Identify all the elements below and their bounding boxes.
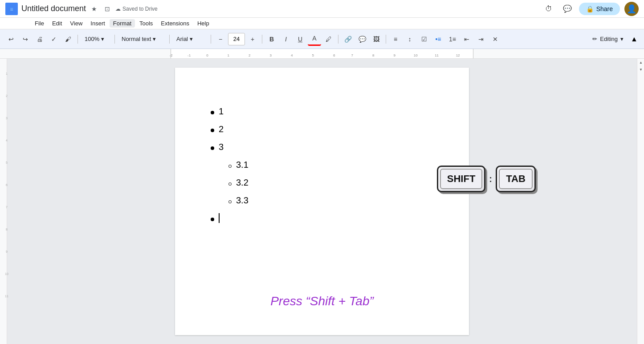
font-size-decrease[interactable]: − [214, 32, 227, 46]
zoom-dropdown[interactable]: 100% ▾ [81, 32, 112, 46]
font-size-increase[interactable]: + [246, 32, 259, 46]
separator-4 [211, 35, 211, 44]
item-text-cursor [219, 210, 220, 226]
left-ruler: 1 2 3 4 5 6 7 8 9 10 11 [0, 59, 7, 344]
doc-icon [5, 3, 18, 15]
menu-format[interactable]: Format [110, 19, 135, 28]
scroll-down-button[interactable]: ▼ [637, 66, 644, 73]
font-size-input[interactable] [228, 33, 245, 45]
image-button[interactable]: 🖼 [370, 32, 383, 46]
menu-tools[interactable]: Tools [136, 19, 156, 28]
doc-title[interactable]: Untitled document [21, 4, 86, 13]
editing-mode-button[interactable]: ✏ Editing ▾ [588, 34, 628, 44]
item-text-3: 3 [219, 139, 224, 155]
toolbar: ↩ ↪ 🖨 ✓ 🖌 100% ▾ Normal text ▾ Arial ▾ −… [0, 29, 644, 49]
separator-7 [386, 35, 386, 44]
separator-2 [114, 35, 115, 44]
collapse-toolbar-button[interactable]: ▲ [629, 34, 640, 45]
menu-insert[interactable]: Insert [87, 19, 109, 28]
bullet-circle [228, 182, 232, 186]
separator-6 [338, 35, 338, 44]
comment-button[interactable]: 💬 [560, 2, 575, 16]
link-button[interactable]: 🔗 [341, 32, 355, 46]
shift-key: SHIFT [437, 166, 486, 192]
title-bar: Untitled document ★ ⊡ ☁ Saved to Drive ⏱… [0, 0, 644, 18]
list-item: 3.1 [211, 157, 433, 173]
scroll-up-button[interactable]: ▲ [637, 59, 644, 66]
document-page: 1 2 3 3.1 3.2 [175, 68, 469, 335]
list-item: 3.3 [211, 192, 433, 208]
item-text-31: 3.1 [236, 157, 249, 173]
style-dropdown[interactable]: Normal text ▾ [118, 32, 167, 46]
undo-button[interactable]: ↩ [4, 32, 18, 46]
list-item: 2 [211, 121, 433, 137]
bullet-circle [228, 200, 232, 203]
underline-button[interactable]: U [293, 32, 307, 46]
star-icon[interactable]: ★ [89, 4, 99, 14]
doc-canvas[interactable]: 1 2 3 3.1 3.2 [7, 59, 637, 344]
item-text-1: 1 [219, 103, 224, 119]
font-dropdown[interactable]: Arial ▾ [172, 32, 208, 46]
separator-1 [77, 35, 78, 44]
tab-key: TAB [496, 166, 536, 192]
folder-icon[interactable]: ⊡ [102, 4, 113, 14]
bold-button[interactable]: B [265, 32, 278, 46]
line-spacing-button[interactable]: ↕ [403, 32, 416, 46]
text-color-button[interactable]: A [308, 32, 321, 46]
paint-format-button[interactable]: 🖌 [61, 32, 75, 46]
text-cursor [219, 213, 220, 223]
redo-button[interactable]: ↪ [19, 32, 32, 46]
clear-format-button[interactable]: ✕ [489, 32, 502, 46]
separator-3 [169, 35, 170, 44]
bullet-list: 1 2 3 3.1 3.2 [211, 103, 433, 226]
chevron-down-icon-4: ▾ [620, 36, 624, 42]
print-button[interactable]: 🖨 [33, 32, 46, 46]
menu-bar: File Edit View Insert Format Tools Exten… [0, 18, 644, 29]
ruler: -2 -1 0 1 2 3 4 5 6 7 8 9 10 11 12 [0, 49, 644, 59]
bullet-circle [228, 165, 232, 168]
main-area: 1 2 3 4 5 6 7 8 9 10 11 1 2 [0, 59, 644, 344]
keyboard-overlay: SHIFT : TAB [437, 166, 536, 192]
item-text-33: 3.3 [236, 192, 249, 208]
item-text-32: 3.2 [236, 174, 249, 190]
header-right: ⏱ 💬 🔒 Share 👤 [542, 2, 639, 16]
share-button[interactable]: 🔒 Share [579, 3, 620, 15]
cloud-icon: ☁ [115, 6, 121, 12]
italic-button[interactable]: I [279, 32, 293, 46]
bullet-dot [211, 146, 214, 150]
checklist-button[interactable]: ☑ [417, 32, 431, 46]
menu-file[interactable]: File [31, 19, 48, 28]
numbered-list-button[interactable]: 1≡ [446, 32, 459, 46]
bullet-dot [211, 218, 214, 221]
list-item: 3.2 [211, 174, 433, 190]
menu-extensions[interactable]: Extensions [157, 19, 193, 28]
bullet-dot [211, 129, 214, 132]
title-section: Untitled document ★ ⊡ ☁ Saved to Drive [21, 4, 538, 14]
indent-increase-button[interactable]: ⇥ [474, 32, 488, 46]
menu-help[interactable]: Help [194, 19, 213, 28]
chevron-down-icon-3: ▾ [190, 36, 193, 42]
font-size-controls: − + [214, 32, 259, 46]
saved-status: ☁ Saved to Drive [115, 6, 158, 12]
right-scrollbar[interactable]: ▲ ▼ [637, 59, 644, 344]
highlight-button[interactable]: 🖊 [322, 32, 335, 46]
spellcheck-button[interactable]: ✓ [47, 32, 61, 46]
indent-decrease-button[interactable]: ⇤ [460, 32, 473, 46]
lock-icon: 🔒 [586, 5, 594, 12]
chevron-down-icon-2: ▾ [153, 36, 156, 42]
pencil-icon: ✏ [592, 36, 597, 42]
menu-view[interactable]: View [66, 19, 86, 28]
align-button[interactable]: ≡ [389, 32, 402, 46]
chevron-down-icon: ▾ [101, 36, 104, 42]
list-item: 1 [211, 103, 433, 119]
list-item: 3 [211, 139, 433, 155]
history-button[interactable]: ⏱ [542, 2, 556, 16]
avatar[interactable]: 👤 [624, 2, 639, 16]
bullet-list-button[interactable]: •≡ [432, 32, 445, 46]
ruler-inner: -2 -1 0 1 2 3 4 5 6 7 8 9 10 11 12 [171, 49, 473, 58]
comment-inline-button[interactable]: 💬 [355, 32, 369, 46]
plus-separator: : [489, 174, 492, 184]
list-item-cursor [211, 210, 433, 226]
menu-edit[interactable]: Edit [49, 19, 65, 28]
bullet-dot [211, 111, 214, 114]
